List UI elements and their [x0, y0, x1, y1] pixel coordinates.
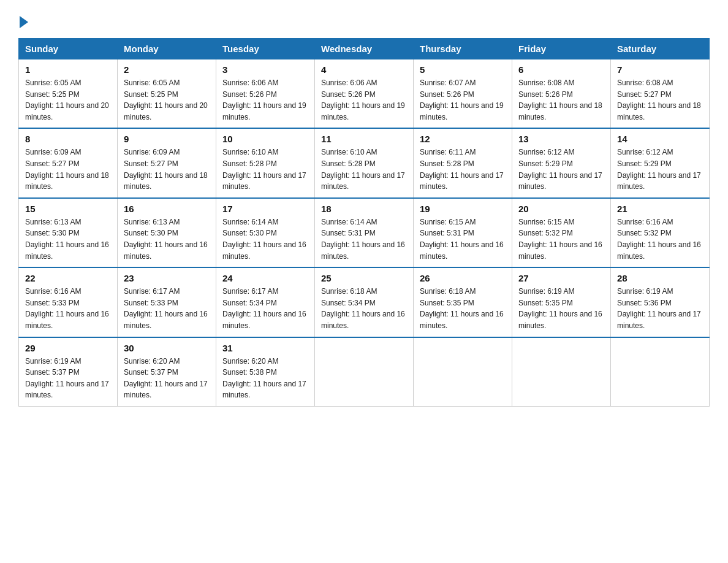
- calendar-cell: 24 Sunrise: 6:17 AMSunset: 5:34 PMDaylig…: [216, 267, 315, 337]
- day-info: Sunrise: 6:16 AMSunset: 5:33 PMDaylight:…: [25, 287, 109, 330]
- calendar-cell: 4 Sunrise: 6:06 AMSunset: 5:26 PMDayligh…: [315, 59, 414, 129]
- day-info: Sunrise: 6:06 AMSunset: 5:26 PMDaylight:…: [321, 79, 405, 121]
- calendar-cell: 1 Sunrise: 6:05 AMSunset: 5:25 PMDayligh…: [19, 59, 118, 129]
- day-info: Sunrise: 6:16 AMSunset: 5:32 PMDaylight:…: [617, 218, 701, 261]
- day-info: Sunrise: 6:05 AMSunset: 5:25 PMDaylight:…: [25, 79, 109, 121]
- day-number: 2: [124, 64, 210, 75]
- day-info: Sunrise: 6:19 AMSunset: 5:36 PMDaylight:…: [617, 287, 701, 330]
- calendar-cell: [414, 337, 512, 407]
- day-number: 18: [321, 204, 407, 214]
- day-number: 20: [518, 204, 604, 214]
- calendar-header-row: Sunday Monday Tuesday Wednesday Thursday…: [19, 39, 710, 59]
- calendar-cell: 16 Sunrise: 6:13 AMSunset: 5:30 PMDaylig…: [118, 198, 216, 267]
- calendar-cell: 8 Sunrise: 6:09 AMSunset: 5:27 PMDayligh…: [19, 128, 118, 197]
- day-number: 3: [222, 64, 308, 75]
- day-info: Sunrise: 6:07 AMSunset: 5:26 PMDaylight:…: [420, 79, 504, 121]
- day-info: Sunrise: 6:20 AMSunset: 5:38 PMDaylight:…: [222, 357, 306, 400]
- day-number: 14: [617, 134, 703, 144]
- header-tuesday: Tuesday: [216, 39, 315, 59]
- calendar-cell: 21 Sunrise: 6:16 AMSunset: 5:32 PMDaylig…: [611, 198, 710, 267]
- calendar-cell: [611, 337, 710, 407]
- calendar-cell: 14 Sunrise: 6:12 AMSunset: 5:29 PMDaylig…: [611, 128, 710, 197]
- day-number: 26: [420, 273, 506, 283]
- calendar-cell: 28 Sunrise: 6:19 AMSunset: 5:36 PMDaylig…: [611, 267, 710, 337]
- calendar-body: 1 Sunrise: 6:05 AMSunset: 5:25 PMDayligh…: [19, 59, 710, 407]
- day-info: Sunrise: 6:19 AMSunset: 5:37 PMDaylight:…: [25, 357, 109, 400]
- calendar-week-row: 29 Sunrise: 6:19 AMSunset: 5:37 PMDaylig…: [19, 337, 710, 407]
- calendar-cell: [512, 337, 611, 407]
- day-info: Sunrise: 6:18 AMSunset: 5:35 PMDaylight:…: [420, 287, 504, 330]
- day-info: Sunrise: 6:09 AMSunset: 5:27 PMDaylight:…: [25, 148, 109, 191]
- day-number: 9: [124, 134, 210, 144]
- day-info: Sunrise: 6:08 AMSunset: 5:27 PMDaylight:…: [617, 79, 701, 121]
- calendar-week-row: 15 Sunrise: 6:13 AMSunset: 5:30 PMDaylig…: [19, 198, 710, 267]
- day-info: Sunrise: 6:12 AMSunset: 5:29 PMDaylight:…: [617, 148, 701, 191]
- day-number: 1: [25, 64, 111, 75]
- calendar-cell: 5 Sunrise: 6:07 AMSunset: 5:26 PMDayligh…: [414, 59, 512, 129]
- day-info: Sunrise: 6:06 AMSunset: 5:26 PMDaylight:…: [222, 79, 306, 121]
- day-info: Sunrise: 6:20 AMSunset: 5:37 PMDaylight:…: [124, 357, 208, 400]
- calendar-cell: 12 Sunrise: 6:11 AMSunset: 5:28 PMDaylig…: [414, 128, 512, 197]
- day-info: Sunrise: 6:09 AMSunset: 5:27 PMDaylight:…: [124, 148, 208, 191]
- calendar-cell: 20 Sunrise: 6:15 AMSunset: 5:32 PMDaylig…: [512, 198, 611, 267]
- day-info: Sunrise: 6:08 AMSunset: 5:26 PMDaylight:…: [518, 79, 602, 121]
- calendar-cell: 23 Sunrise: 6:17 AMSunset: 5:33 PMDaylig…: [118, 267, 216, 337]
- day-info: Sunrise: 6:17 AMSunset: 5:34 PMDaylight:…: [222, 287, 306, 330]
- calendar-cell: 10 Sunrise: 6:10 AMSunset: 5:28 PMDaylig…: [216, 128, 315, 197]
- header-monday: Monday: [118, 39, 216, 59]
- calendar-cell: 25 Sunrise: 6:18 AMSunset: 5:34 PMDaylig…: [315, 267, 414, 337]
- calendar-cell: [315, 337, 414, 407]
- day-number: 15: [25, 204, 111, 214]
- calendar-cell: 27 Sunrise: 6:19 AMSunset: 5:35 PMDaylig…: [512, 267, 611, 337]
- calendar-week-row: 22 Sunrise: 6:16 AMSunset: 5:33 PMDaylig…: [19, 267, 710, 337]
- day-info: Sunrise: 6:14 AMSunset: 5:30 PMDaylight:…: [222, 218, 306, 261]
- calendar-cell: 30 Sunrise: 6:20 AMSunset: 5:37 PMDaylig…: [118, 337, 216, 407]
- header-friday: Friday: [512, 39, 611, 59]
- day-number: 22: [25, 273, 111, 283]
- day-info: Sunrise: 6:12 AMSunset: 5:29 PMDaylight:…: [518, 148, 602, 191]
- calendar-cell: 15 Sunrise: 6:13 AMSunset: 5:30 PMDaylig…: [19, 198, 118, 267]
- calendar-cell: 11 Sunrise: 6:10 AMSunset: 5:28 PMDaylig…: [315, 128, 414, 197]
- day-number: 4: [321, 64, 407, 75]
- day-number: 21: [617, 204, 703, 214]
- calendar-cell: 19 Sunrise: 6:15 AMSunset: 5:31 PMDaylig…: [414, 198, 512, 267]
- calendar-table: Sunday Monday Tuesday Wednesday Thursday…: [18, 38, 710, 407]
- header-sunday: Sunday: [19, 39, 118, 59]
- calendar-cell: 29 Sunrise: 6:19 AMSunset: 5:37 PMDaylig…: [19, 337, 118, 407]
- logo-arrow-icon: [20, 16, 28, 28]
- day-number: 29: [25, 343, 111, 353]
- calendar-cell: 17 Sunrise: 6:14 AMSunset: 5:30 PMDaylig…: [216, 198, 315, 267]
- day-info: Sunrise: 6:13 AMSunset: 5:30 PMDaylight:…: [25, 218, 109, 261]
- header-thursday: Thursday: [414, 39, 512, 59]
- day-number: 19: [420, 204, 506, 214]
- day-number: 23: [124, 273, 210, 283]
- day-info: Sunrise: 6:13 AMSunset: 5:30 PMDaylight:…: [124, 218, 208, 261]
- day-number: 24: [222, 273, 308, 283]
- day-number: 11: [321, 134, 407, 144]
- calendar-cell: 26 Sunrise: 6:18 AMSunset: 5:35 PMDaylig…: [414, 267, 512, 337]
- day-number: 12: [420, 134, 506, 144]
- day-info: Sunrise: 6:10 AMSunset: 5:28 PMDaylight:…: [321, 148, 405, 191]
- day-info: Sunrise: 6:14 AMSunset: 5:31 PMDaylight:…: [321, 218, 405, 261]
- calendar-cell: 13 Sunrise: 6:12 AMSunset: 5:29 PMDaylig…: [512, 128, 611, 197]
- day-number: 13: [518, 134, 604, 144]
- day-info: Sunrise: 6:11 AMSunset: 5:28 PMDaylight:…: [420, 148, 504, 191]
- header-saturday: Saturday: [611, 39, 710, 59]
- header-wednesday: Wednesday: [315, 39, 414, 59]
- day-info: Sunrise: 6:19 AMSunset: 5:35 PMDaylight:…: [518, 287, 602, 330]
- day-info: Sunrise: 6:18 AMSunset: 5:34 PMDaylight:…: [321, 287, 405, 330]
- calendar-week-row: 8 Sunrise: 6:09 AMSunset: 5:27 PMDayligh…: [19, 128, 710, 197]
- day-number: 31: [222, 343, 308, 353]
- day-number: 6: [518, 64, 604, 75]
- calendar-week-row: 1 Sunrise: 6:05 AMSunset: 5:25 PMDayligh…: [19, 59, 710, 129]
- day-info: Sunrise: 6:05 AMSunset: 5:25 PMDaylight:…: [124, 79, 208, 121]
- calendar-cell: 22 Sunrise: 6:16 AMSunset: 5:33 PMDaylig…: [19, 267, 118, 337]
- page-header: [18, 15, 710, 28]
- logo: [18, 15, 28, 28]
- calendar-cell: 6 Sunrise: 6:08 AMSunset: 5:26 PMDayligh…: [512, 59, 611, 129]
- day-number: 16: [124, 204, 210, 214]
- calendar-cell: 31 Sunrise: 6:20 AMSunset: 5:38 PMDaylig…: [216, 337, 315, 407]
- day-number: 27: [518, 273, 604, 283]
- day-info: Sunrise: 6:17 AMSunset: 5:33 PMDaylight:…: [124, 287, 208, 330]
- day-number: 5: [420, 64, 506, 75]
